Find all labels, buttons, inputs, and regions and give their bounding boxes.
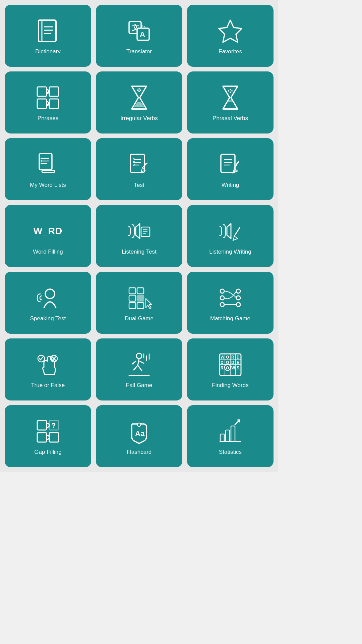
svg-point-70 [236, 289, 240, 293]
tile-finding-words[interactable]: W O R D D O D E R O W S Finding Words [187, 338, 274, 400]
tile-irregular-verbs-label: Irregular Verbs [120, 115, 158, 122]
svg-rect-61 [129, 288, 136, 294]
svg-point-67 [220, 289, 224, 293]
test-icon [124, 151, 154, 178]
tile-matching-game[interactable]: Matching Game [187, 272, 274, 334]
svg-text:O: O [226, 355, 229, 360]
tile-matching-game-label: Matching Game [210, 315, 250, 322]
tile-listening-test-label: Listening Test [122, 249, 157, 255]
tile-fall-game-label: Fall Game [126, 382, 152, 389]
svg-point-107 [137, 423, 141, 426]
svg-point-32 [41, 160, 42, 162]
listening-test-icon [124, 218, 154, 245]
tile-my-word-lists-label: My Word Lists [30, 182, 66, 189]
tile-listening-test[interactable]: Listening Test [96, 205, 182, 267]
svg-point-19 [138, 88, 140, 90]
svg-point-22 [228, 90, 229, 92]
svg-rect-12 [49, 87, 59, 96]
favorites-icon [215, 17, 245, 44]
tile-word-filling[interactable]: W_RD Word Filling [5, 205, 91, 267]
tile-speaking-test[interactable]: Speaking Test [5, 272, 91, 334]
tile-flashcard[interactable]: Aa Flashcard [96, 405, 182, 467]
svg-text:W: W [231, 366, 235, 370]
tile-fall-game[interactable]: Fall Game [96, 338, 182, 400]
svg-point-24 [231, 90, 233, 92]
gap-filling-icon: ? [33, 418, 63, 445]
svg-point-68 [220, 296, 224, 300]
tile-word-filling-label: Word Filling [33, 249, 63, 255]
svg-rect-10 [37, 87, 47, 96]
svg-text:?: ? [51, 421, 56, 430]
svg-rect-34 [130, 154, 144, 172]
speaking-test-icon [33, 284, 63, 311]
matching-game-icon [215, 284, 245, 311]
svg-text:D: D [231, 360, 234, 365]
svg-point-16 [137, 90, 139, 91]
tile-true-or-false-label: True or False [31, 382, 65, 389]
translator-icon: 文 A [124, 17, 154, 44]
tile-writing-label: Writing [222, 182, 239, 189]
tile-phrases[interactable]: Phrases [5, 71, 91, 133]
tile-my-word-lists[interactable]: My Word Lists [5, 138, 91, 200]
tile-dictionary-label: Dictionary [35, 48, 61, 55]
tile-favorites-label: Favorites [219, 48, 242, 55]
svg-text:A: A [140, 30, 145, 39]
svg-rect-13 [49, 99, 59, 108]
tile-gap-filling[interactable]: ? Gap Filling [5, 405, 91, 467]
svg-text:R: R [221, 366, 224, 370]
phrases-icon [33, 84, 63, 111]
tile-test-label: Test [134, 182, 144, 189]
tile-statistics[interactable]: Statistics [187, 405, 274, 467]
svg-point-18 [140, 90, 141, 91]
listening-writing-icon [215, 218, 245, 245]
svg-marker-56 [227, 224, 231, 238]
tile-dual-game[interactable]: Dual Game [96, 272, 182, 334]
word-filling-icon: W_RD [33, 218, 63, 245]
svg-point-69 [220, 303, 224, 307]
tile-flashcard-label: Flashcard [127, 449, 152, 455]
svg-rect-104 [49, 433, 59, 442]
tile-writing[interactable]: Writing [187, 138, 274, 200]
svg-rect-65 [137, 295, 144, 301]
statistics-icon [215, 418, 245, 445]
svg-text:E: E [237, 360, 239, 365]
writing-icon [215, 151, 245, 178]
svg-rect-63 [129, 303, 136, 309]
irregular-verbs-icon [124, 84, 154, 111]
tile-dictionary[interactable]: Dictionary [5, 5, 91, 67]
svg-point-71 [236, 296, 240, 300]
fall-game-icon [124, 351, 154, 378]
svg-rect-102 [37, 421, 47, 430]
svg-text:W: W [221, 355, 225, 360]
tile-listening-writing[interactable]: Listening Writing [187, 205, 274, 267]
svg-rect-27 [42, 170, 55, 172]
finding-words-icon: W O R D D O D E R O W S [215, 351, 245, 378]
tile-dual-game-label: Dual Game [125, 315, 154, 322]
svg-marker-58 [233, 236, 238, 240]
tile-phrasal-verbs-label: Phrasal Verbs [213, 115, 248, 122]
tile-speaking-test-label: Speaking Test [30, 315, 66, 322]
tile-phrasal-verbs[interactable]: Phrasal Verbs [187, 71, 274, 133]
my-word-lists-icon [33, 151, 63, 178]
svg-line-59 [237, 229, 239, 232]
tile-test[interactable]: Test [96, 138, 182, 200]
word-fill-text: W_RD [34, 226, 62, 236]
tile-phrases-label: Phrases [38, 115, 58, 122]
tile-translator[interactable]: 文 A Translator [96, 5, 182, 67]
svg-rect-1 [39, 20, 42, 42]
svg-text:D: D [221, 360, 224, 365]
dictionary-icon [33, 17, 63, 44]
svg-point-33 [41, 163, 42, 164]
svg-rect-110 [226, 430, 230, 441]
svg-text:S: S [237, 366, 239, 370]
svg-rect-26 [39, 154, 52, 170]
tile-finding-words-label: Finding Words [212, 382, 248, 389]
phrasal-verbs-icon [215, 84, 245, 111]
svg-rect-64 [137, 288, 144, 294]
svg-rect-0 [39, 20, 56, 42]
tile-true-or-false[interactable]: True or False [5, 338, 91, 400]
svg-point-23 [230, 89, 231, 90]
svg-rect-62 [129, 295, 136, 301]
tile-favorites[interactable]: Favorites [187, 5, 274, 67]
tile-irregular-verbs[interactable]: Irregular Verbs [96, 71, 182, 133]
